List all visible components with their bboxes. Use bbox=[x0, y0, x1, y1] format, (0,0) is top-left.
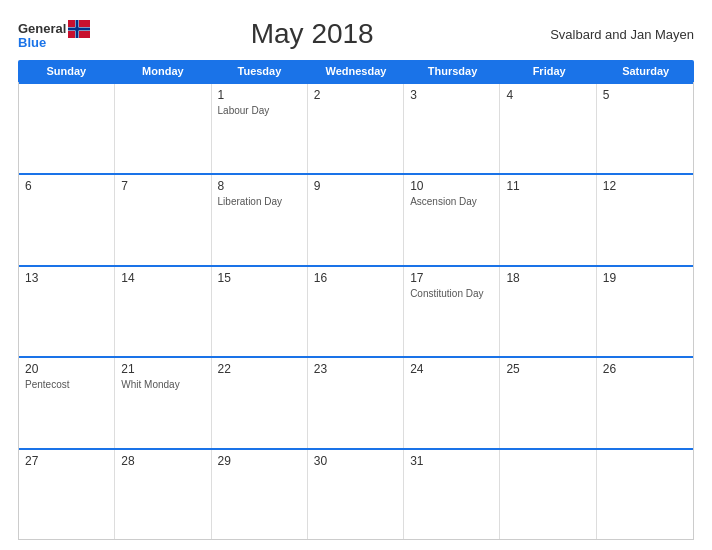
header-day-monday: Monday bbox=[115, 60, 212, 82]
cal-cell: 30 bbox=[308, 450, 404, 539]
header-day-thursday: Thursday bbox=[404, 60, 501, 82]
cal-cell: 5 bbox=[597, 84, 693, 173]
cal-cell: 6 bbox=[19, 175, 115, 264]
cal-cell: 31 bbox=[404, 450, 500, 539]
week-row-3: 20Pentecost21Whit Monday2223242526 bbox=[19, 356, 693, 447]
day-number: 7 bbox=[121, 179, 204, 193]
week-row-1: 678Liberation Day910Ascension Day1112 bbox=[19, 173, 693, 264]
cal-cell: 17Constitution Day bbox=[404, 267, 500, 356]
cal-cell: 19 bbox=[597, 267, 693, 356]
cal-cell: 4 bbox=[500, 84, 596, 173]
header-day-tuesday: Tuesday bbox=[211, 60, 308, 82]
cal-cell: 12 bbox=[597, 175, 693, 264]
day-number: 13 bbox=[25, 271, 108, 285]
cal-cell: 9 bbox=[308, 175, 404, 264]
cal-cell: 22 bbox=[212, 358, 308, 447]
logo: General Blue bbox=[18, 20, 90, 49]
header-day-sunday: Sunday bbox=[18, 60, 115, 82]
calendar-body: 1Labour Day2345678Liberation Day910Ascen… bbox=[18, 82, 694, 540]
day-number: 15 bbox=[218, 271, 301, 285]
cal-cell: 18 bbox=[500, 267, 596, 356]
day-number: 12 bbox=[603, 179, 687, 193]
day-number: 10 bbox=[410, 179, 493, 193]
cal-cell: 13 bbox=[19, 267, 115, 356]
day-number: 6 bbox=[25, 179, 108, 193]
cal-cell: 20Pentecost bbox=[19, 358, 115, 447]
day-number: 22 bbox=[218, 362, 301, 376]
day-number: 3 bbox=[410, 88, 493, 102]
calendar: SundayMondayTuesdayWednesdayThursdayFrid… bbox=[18, 60, 694, 540]
holiday-label: Pentecost bbox=[25, 378, 108, 391]
day-number: 31 bbox=[410, 454, 493, 468]
cal-cell bbox=[597, 450, 693, 539]
day-number: 4 bbox=[506, 88, 589, 102]
cal-cell: 21Whit Monday bbox=[115, 358, 211, 447]
cal-cell: 27 bbox=[19, 450, 115, 539]
week-row-4: 2728293031 bbox=[19, 448, 693, 539]
cal-cell: 1Labour Day bbox=[212, 84, 308, 173]
header-day-wednesday: Wednesday bbox=[308, 60, 405, 82]
cal-cell bbox=[500, 450, 596, 539]
day-number: 2 bbox=[314, 88, 397, 102]
cal-cell: 7 bbox=[115, 175, 211, 264]
logo-general-text: General bbox=[18, 22, 66, 35]
holiday-label: Labour Day bbox=[218, 104, 301, 117]
cal-cell: 2 bbox=[308, 84, 404, 173]
cal-cell: 29 bbox=[212, 450, 308, 539]
day-number: 20 bbox=[25, 362, 108, 376]
day-number: 21 bbox=[121, 362, 204, 376]
day-number: 5 bbox=[603, 88, 687, 102]
holiday-label: Liberation Day bbox=[218, 195, 301, 208]
day-number: 19 bbox=[603, 271, 687, 285]
day-number: 23 bbox=[314, 362, 397, 376]
cal-cell: 3 bbox=[404, 84, 500, 173]
day-number: 25 bbox=[506, 362, 589, 376]
day-number: 30 bbox=[314, 454, 397, 468]
page: General Blue May 2018 Svalbard and Jan bbox=[0, 0, 712, 550]
day-number: 16 bbox=[314, 271, 397, 285]
cal-cell: 24 bbox=[404, 358, 500, 447]
cal-cell bbox=[19, 84, 115, 173]
header-day-saturday: Saturday bbox=[597, 60, 694, 82]
logo-flag-icon bbox=[68, 20, 90, 38]
region-label: Svalbard and Jan Mayen bbox=[534, 27, 694, 42]
week-row-0: 1Labour Day2345 bbox=[19, 82, 693, 173]
cal-cell: 26 bbox=[597, 358, 693, 447]
cal-cell: 14 bbox=[115, 267, 211, 356]
header: General Blue May 2018 Svalbard and Jan bbox=[18, 18, 694, 50]
holiday-label: Ascension Day bbox=[410, 195, 493, 208]
day-number: 8 bbox=[218, 179, 301, 193]
svg-rect-5 bbox=[68, 27, 90, 30]
svg-rect-6 bbox=[76, 20, 79, 38]
header-day-friday: Friday bbox=[501, 60, 598, 82]
cal-cell: 11 bbox=[500, 175, 596, 264]
day-number: 1 bbox=[218, 88, 301, 102]
cal-cell: 23 bbox=[308, 358, 404, 447]
day-number: 26 bbox=[603, 362, 687, 376]
holiday-label: Whit Monday bbox=[121, 378, 204, 391]
cal-cell: 25 bbox=[500, 358, 596, 447]
day-number: 28 bbox=[121, 454, 204, 468]
cal-cell: 28 bbox=[115, 450, 211, 539]
day-number: 29 bbox=[218, 454, 301, 468]
week-row-2: 1314151617Constitution Day1819 bbox=[19, 265, 693, 356]
day-number: 17 bbox=[410, 271, 493, 285]
month-title: May 2018 bbox=[90, 18, 534, 50]
day-number: 9 bbox=[314, 179, 397, 193]
cal-cell: 16 bbox=[308, 267, 404, 356]
day-number: 24 bbox=[410, 362, 493, 376]
logo-blue-text: Blue bbox=[18, 36, 46, 49]
cal-cell bbox=[115, 84, 211, 173]
holiday-label: Constitution Day bbox=[410, 287, 493, 300]
day-number: 14 bbox=[121, 271, 204, 285]
calendar-header: SundayMondayTuesdayWednesdayThursdayFrid… bbox=[18, 60, 694, 82]
cal-cell: 8Liberation Day bbox=[212, 175, 308, 264]
cal-cell: 15 bbox=[212, 267, 308, 356]
day-number: 11 bbox=[506, 179, 589, 193]
cal-cell: 10Ascension Day bbox=[404, 175, 500, 264]
day-number: 27 bbox=[25, 454, 108, 468]
day-number: 18 bbox=[506, 271, 589, 285]
